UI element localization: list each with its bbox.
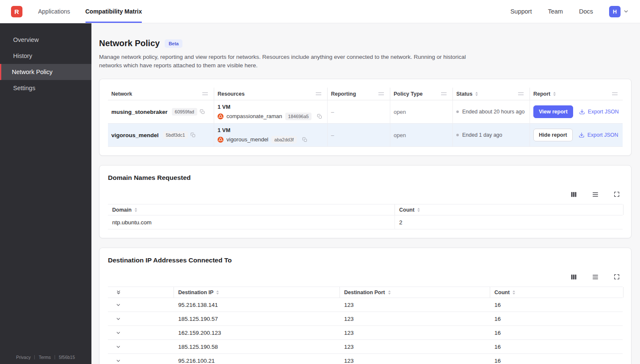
column-label: Destination IP bbox=[178, 290, 213, 295]
nav-link-team[interactable]: Team bbox=[548, 8, 563, 15]
copy-icon[interactable] bbox=[200, 109, 205, 114]
fullscreen-icon[interactable] bbox=[613, 273, 620, 281]
expand-row-icon[interactable] bbox=[116, 302, 121, 308]
view-report-button[interactable]: View report bbox=[533, 105, 573, 118]
column-header-count[interactable]: Count bbox=[395, 204, 623, 215]
expand-row-icon[interactable] bbox=[116, 316, 121, 322]
reporting-value: – bbox=[331, 132, 334, 138]
column-label: Reporting bbox=[331, 91, 356, 97]
column-header-count[interactable]: Count bbox=[490, 287, 623, 298]
copy-icon[interactable] bbox=[302, 137, 307, 142]
terms-link[interactable]: Terms bbox=[39, 355, 51, 360]
status-text: Ended about 20 hours ago bbox=[462, 109, 524, 115]
columns-icon[interactable] bbox=[570, 191, 577, 198]
fullscreen-icon[interactable] bbox=[613, 191, 620, 198]
sidebar-item-overview[interactable]: Overview bbox=[0, 32, 91, 48]
domain-row: ntp.ubuntu.com 2 bbox=[108, 215, 623, 229]
column-header-destination-port[interactable]: Destination Port bbox=[340, 287, 490, 298]
avatar: H bbox=[609, 6, 621, 17]
policy-type-cell: open bbox=[390, 124, 452, 146]
hide-report-button[interactable]: Hide report bbox=[533, 129, 573, 141]
status-dot bbox=[456, 134, 459, 136]
sidebar: Overview History Network Policy Settings… bbox=[0, 23, 91, 364]
column-resize-handle[interactable] bbox=[316, 92, 321, 95]
copy-icon[interactable] bbox=[317, 114, 322, 119]
ip-cell: 185.125.190.57 bbox=[174, 312, 340, 325]
sort-icon bbox=[388, 290, 391, 295]
column-resize-handle[interactable] bbox=[378, 92, 384, 95]
page-title: Network Policy bbox=[99, 39, 160, 48]
app-logo[interactable]: R bbox=[11, 6, 22, 17]
policy-type-value: open bbox=[394, 132, 406, 138]
destination-row: 185.125.190.58 123 16 bbox=[108, 340, 623, 354]
resource-id-badge: 184696a5 bbox=[285, 113, 312, 120]
page-description: Manage network policy, reporting and vie… bbox=[99, 53, 478, 69]
row-density-icon[interactable] bbox=[592, 191, 599, 198]
sidebar-item-network-policy[interactable]: Network Policy bbox=[0, 64, 91, 80]
sidebar-item-history[interactable]: History bbox=[0, 48, 91, 64]
column-label: Destination Port bbox=[344, 290, 385, 295]
column-header-domain[interactable]: Domain bbox=[108, 204, 395, 215]
destinations-table-header: Destination IP Destination Port Count bbox=[108, 287, 623, 298]
reporting-value: – bbox=[331, 109, 334, 115]
port-cell: 123 bbox=[340, 326, 490, 339]
divider bbox=[34, 355, 35, 359]
expand-row-icon[interactable] bbox=[116, 358, 121, 364]
network-id-badge: 5bdf3dc1 bbox=[163, 131, 188, 139]
network-id-badge: 60959fad bbox=[172, 108, 197, 116]
ip-cell: 95.216.100.21 bbox=[174, 354, 340, 364]
column-header-status[interactable]: Status bbox=[452, 88, 530, 100]
destination-row: 185.125.190.57 123 16 bbox=[108, 312, 623, 326]
column-resize-handle[interactable] bbox=[518, 92, 524, 95]
status-dot bbox=[456, 110, 459, 113]
export-json-button[interactable]: Export JSON bbox=[579, 132, 618, 138]
sort-icon bbox=[475, 92, 478, 96]
column-resize-handle[interactable] bbox=[202, 92, 208, 95]
nav-item-compatibility-matrix[interactable]: Compatibility Matrix bbox=[86, 0, 142, 23]
chevron-down-icon bbox=[623, 8, 629, 14]
top-navbar: R Applications Compatibility Matrix Supp… bbox=[0, 0, 640, 23]
count-cell: 2 bbox=[395, 215, 623, 229]
policy-type-value: open bbox=[394, 109, 406, 115]
column-label: Resources bbox=[218, 91, 245, 97]
export-json-label: Export JSON bbox=[588, 109, 619, 115]
column-header-resources: Resources bbox=[214, 88, 327, 100]
row-density-icon[interactable] bbox=[592, 273, 599, 281]
ip-cell: 95.216.138.141 bbox=[174, 298, 340, 312]
copy-icon[interactable] bbox=[190, 132, 196, 138]
nav-link-support[interactable]: Support bbox=[510, 8, 532, 15]
count-cell: 16 bbox=[490, 312, 623, 325]
sidebar-item-settings[interactable]: Settings bbox=[0, 80, 91, 96]
user-menu[interactable]: H bbox=[609, 6, 629, 17]
card-title: Domain Names Requested bbox=[108, 174, 623, 182]
domains-table-header: Domain Count bbox=[108, 204, 623, 215]
export-json-button[interactable]: Export JSON bbox=[579, 109, 619, 115]
column-header-report[interactable]: Report bbox=[530, 88, 623, 100]
domain-names-card: Domain Names Requested Domain Coun bbox=[99, 165, 632, 238]
destination-ips-card: Destination IP Addresses Connected To bbox=[99, 248, 632, 364]
sort-icon bbox=[513, 290, 515, 295]
network-cell: musing_stonebraker 60959fad bbox=[108, 100, 214, 123]
resources-cell: 1 VM vigorous_mendel aba2dd3f bbox=[214, 124, 327, 146]
report-cell: Hide report Export JSON bbox=[530, 124, 623, 146]
expand-all-icon[interactable] bbox=[116, 290, 121, 295]
download-icon bbox=[579, 109, 585, 115]
column-resize-handle[interactable] bbox=[612, 92, 618, 95]
nav-link-docs[interactable]: Docs bbox=[579, 8, 593, 15]
column-header-destination-ip[interactable]: Destination IP bbox=[174, 287, 340, 298]
destination-row: 95.216.138.141 123 16 bbox=[108, 298, 623, 312]
privacy-link[interactable]: Privacy bbox=[16, 355, 30, 360]
divider bbox=[55, 355, 55, 359]
column-resize-handle[interactable] bbox=[441, 92, 447, 95]
reporting-cell: – bbox=[327, 124, 390, 146]
nav-item-applications[interactable]: Applications bbox=[38, 0, 70, 23]
columns-icon[interactable] bbox=[570, 273, 577, 281]
network-cell: vigorous_mendel 5bdf3dc1 bbox=[108, 124, 214, 146]
os-icon bbox=[218, 137, 223, 143]
expand-row-icon[interactable] bbox=[116, 344, 121, 350]
column-header-expand-all bbox=[108, 287, 174, 298]
expand-row-icon[interactable] bbox=[116, 330, 121, 336]
build-version: 5f56b15 bbox=[59, 355, 75, 360]
primary-nav: Applications Compatibility Matrix bbox=[38, 0, 142, 23]
resources-cell: 1 VM compassionate_raman 184696a5 bbox=[214, 100, 327, 123]
